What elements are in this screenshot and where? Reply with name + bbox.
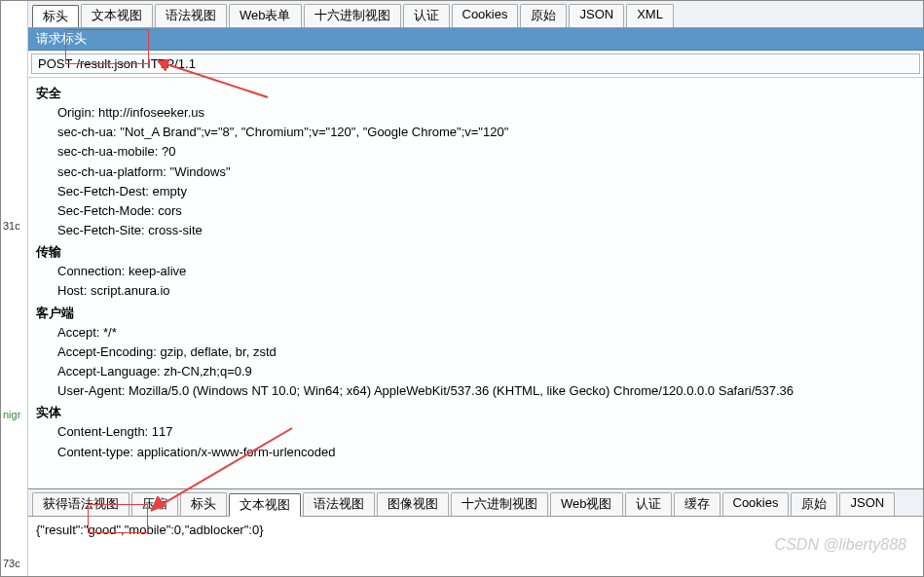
tab-resp-syntax-view[interactable]: 语法视图 [303,492,375,516]
tab-resp-hex-view[interactable]: 十六进制视图 [451,492,548,516]
tab-syntax-view[interactable]: 语法视图 [155,4,227,27]
header-connection[interactable]: Connection: keep-alive [57,262,915,281]
request-method: POST [38,56,72,71]
header-sec-fetch-dest[interactable]: Sec-Fetch-Dest: empty [57,182,915,201]
group-entity: 实体 [36,403,915,422]
tab-resp-cookies[interactable]: Cookies [722,492,790,516]
headers-pane[interactable]: 安全 Origin: http://infoseeker.us sec-ch-u… [28,77,923,488]
request-line[interactable]: POST /result.json HTTP/1.1 [31,54,920,74]
request-protocol: HTTP/1.1 [141,56,196,71]
header-sec-ch-ua[interactable]: sec-ch-ua: "Not_A Brand";v="8", "Chromiu… [57,123,915,142]
tab-web-forms[interactable]: Web表单 [229,4,302,27]
tab-image-view[interactable]: 图像视图 [377,492,449,516]
left-summary-strip: 31c nigr 73c [1,1,28,576]
strip-mark: nigr [3,409,20,420]
response-tabs: 获得语法视图 压缩 标头 文本视图 语法视图 图像视图 十六进制视图 Web视图… [28,489,923,517]
tab-cache[interactable]: 缓存 [674,492,721,516]
tab-text-view[interactable]: 文本视图 [81,4,153,27]
header-sec-ch-ua-mobile[interactable]: sec-ch-ua-mobile: ?0 [57,142,915,162]
response-pane: 获得语法视图 压缩 标头 文本视图 语法视图 图像视图 十六进制视图 Web视图… [28,488,923,576]
tab-auth[interactable]: 认证 [403,4,450,27]
tab-resp-auth[interactable]: 认证 [625,492,672,516]
header-user-agent[interactable]: User-Agent: Mozilla/5.0 (Windows NT 10.0… [57,381,915,401]
tab-resp-json[interactable]: JSON [839,492,895,516]
header-accept-language[interactable]: Accept-Language: zh-CN,zh;q=0.9 [57,362,915,381]
header-content-length[interactable]: Content-Length: 117 [57,422,915,442]
app-root: 31c nigr 73c 标头 文本视图 语法视图 Web表单 十六进制视图 认… [0,0,924,577]
tab-resp-raw[interactable]: 原始 [791,492,837,516]
header-accept[interactable]: Accept: */* [57,323,915,343]
tab-web-view[interactable]: Web视图 [550,492,623,516]
request-path: /result.json [76,56,137,71]
tab-get-syntax-view[interactable]: 获得语法视图 [32,492,129,516]
right-area: 标头 文本视图 语法视图 Web表单 十六进制视图 认证 Cookies 原始 … [28,1,923,576]
header-sec-ch-ua-platform[interactable]: sec-ch-ua-platform: "Windows" [57,162,915,182]
tab-headers[interactable]: 标头 [32,5,79,28]
response-body[interactable]: {"result":"good","mobile":0,"adblocker":… [28,517,923,576]
group-security: 安全 [36,84,915,103]
request-tabs: 标头 文本视图 语法视图 Web表单 十六进制视图 认证 Cookies 原始 … [28,1,923,28]
header-origin[interactable]: Origin: http://infoseeker.us [57,103,915,123]
group-client: 客户端 [36,304,915,323]
tab-resp-text-view[interactable]: 文本视图 [229,493,301,517]
header-accept-encoding[interactable]: Accept-Encoding: gzip, deflate, br, zstd [57,343,915,362]
tab-hex-view[interactable]: 十六进制视图 [304,4,401,27]
strip-mark: 73c [3,558,20,569]
tab-xml[interactable]: XML [626,4,674,27]
tab-json[interactable]: JSON [569,4,624,27]
tab-raw[interactable]: 原始 [520,4,567,27]
header-content-type[interactable]: Content-type: application/x-www-form-url… [57,443,915,462]
strip-mark: 31c [3,220,20,232]
header-host[interactable]: Host: script.anura.io [57,281,915,301]
request-headers-title: 请求标头 [28,28,923,51]
group-transport: 传输 [36,242,915,262]
tab-compress[interactable]: 压缩 [131,492,178,516]
tab-resp-headers[interactable]: 标头 [180,492,227,516]
header-sec-fetch-site[interactable]: Sec-Fetch-Site: cross-site [57,221,915,240]
tab-cookies[interactable]: Cookies [452,4,519,27]
header-sec-fetch-mode[interactable]: Sec-Fetch-Mode: cors [57,201,915,221]
